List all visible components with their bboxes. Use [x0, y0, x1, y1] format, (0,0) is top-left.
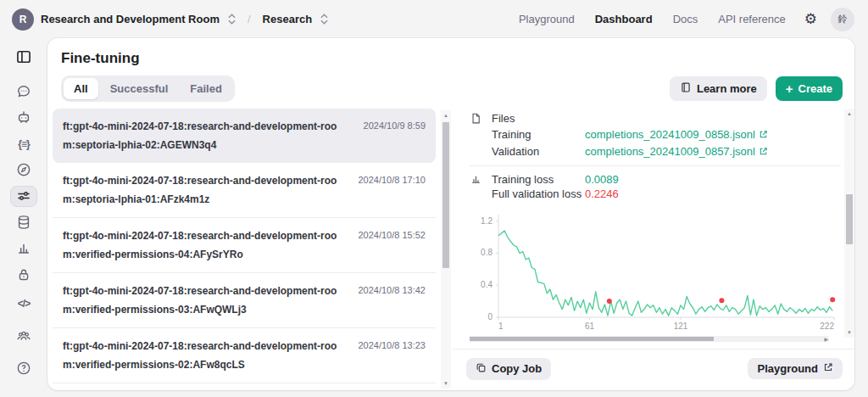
chart-horizontal-scrollbar[interactable]: ▶: [470, 336, 829, 342]
chevron-updown-icon[interactable]: [320, 14, 328, 25]
svg-text:0.8: 0.8: [481, 248, 492, 257]
main-card: Fine-tuning AllSuccessfulFailed Learn mo…: [47, 38, 854, 390]
job-date: 2024/10/8 15:52: [358, 226, 426, 240]
create-label: Create: [798, 82, 832, 95]
training-loss-value: 0.0089: [585, 173, 619, 186]
job-date: 2024/10/9 8:59: [364, 117, 426, 131]
svg-text:1.2: 1.2: [481, 215, 492, 225]
job-list-item[interactable]: ft:gpt-4o-mini-2024-07-18:research-and-d…: [53, 272, 436, 327]
job-list-scrollbar[interactable]: ▲ ▼: [441, 110, 451, 389]
usage-bars-icon[interactable]: [10, 238, 37, 260]
training-loss-label: Training loss: [492, 173, 585, 186]
user-avatar[interactable]: 鈴: [831, 8, 854, 31]
training-file-label: Training: [492, 128, 585, 141]
status-filter-tabs: AllSuccessfulFailed: [61, 75, 235, 102]
storage-database-icon[interactable]: [10, 212, 37, 233]
job-date: 2024/10/8 13:23: [358, 337, 426, 350]
job-list-item[interactable]: ft:gpt-4o-mini-2024-07-18:research-and-d…: [53, 217, 436, 272]
create-button[interactable]: + Create: [776, 76, 843, 101]
help-icon[interactable]: [10, 355, 37, 382]
code-icon[interactable]: </>: [10, 290, 37, 317]
scroll-up-arrow[interactable]: ▲: [847, 109, 852, 119]
svg-text:0: 0: [487, 312, 492, 322]
loss-chart: 00.40.81.2161121222: [470, 210, 834, 334]
chevron-updown-icon[interactable]: [228, 14, 236, 25]
copy-job-label: Copy Job: [492, 362, 542, 375]
metrics-chart-icon: [470, 173, 492, 186]
tab-successful[interactable]: Successful: [100, 78, 179, 99]
compass-icon[interactable]: [10, 159, 37, 181]
svg-text:0.4: 0.4: [481, 280, 492, 289]
fine-tuning-sliders-icon[interactable]: [10, 186, 37, 207]
breadcrumb-separator: /: [248, 13, 251, 25]
playground-label: Playground: [757, 362, 818, 375]
chat-icon[interactable]: [10, 81, 37, 103]
nav-link-playground[interactable]: Playground: [519, 13, 575, 25]
files-section-label: Files: [492, 112, 585, 125]
external-link-icon: [823, 362, 833, 375]
job-list-item[interactable]: ft:gpt-4o-mini-2024-07-18:research-and-d…: [53, 109, 436, 163]
scroll-down-arrow[interactable]: ▼: [443, 378, 448, 389]
plus-icon: +: [786, 82, 793, 95]
job-list-item[interactable]: ft:gpt-4o-mini-2024-07-18:research-and-d…: [53, 327, 436, 383]
team-people-icon[interactable]: [10, 322, 37, 349]
tab-all[interactable]: All: [64, 78, 98, 99]
panel-toggle-icon[interactable]: [10, 47, 37, 68]
org-avatar[interactable]: R: [12, 8, 34, 31]
job-list-item[interactable]: ft:gpt-4o-mini-2024-07-18:research-and-d…: [53, 163, 436, 217]
job-list-item[interactable]: ft:gpt-4o-mini-2024-07-18:research-and-d…: [53, 383, 436, 390]
validation-file-link[interactable]: completions_20241009_0857.jsonl: [585, 145, 768, 158]
learn-more-label: Learn more: [697, 82, 757, 95]
svg-text:121: 121: [674, 322, 688, 331]
job-name: ft:gpt-4o-mini-2024-07-18:research-and-d…: [63, 117, 342, 154]
top-nav: PlaygroundDashboardDocsAPI reference: [519, 13, 786, 25]
learn-more-button[interactable]: Learn more: [670, 76, 767, 101]
nav-link-dashboard[interactable]: Dashboard: [595, 13, 653, 25]
nav-link-api-reference[interactable]: API reference: [718, 13, 786, 25]
playground-button[interactable]: Playground: [748, 358, 843, 379]
tab-failed[interactable]: Failed: [180, 78, 232, 99]
training-file-link[interactable]: completions_20241009_0858.jsonl: [585, 128, 768, 141]
external-link-icon: [759, 147, 768, 156]
scroll-down-arrow[interactable]: ▼: [847, 327, 852, 338]
copy-icon: [476, 362, 487, 376]
book-icon: [680, 81, 692, 96]
gear-icon[interactable]: ⚙: [804, 12, 817, 26]
page-title: Fine-tuning: [61, 50, 843, 67]
validation-file-label: Validation: [492, 145, 585, 158]
job-name: ft:gpt-4o-mini-2024-07-18:research-and-d…: [63, 282, 342, 319]
full-validation-loss-label: Full validation loss: [492, 187, 585, 200]
job-name: ft:gpt-4o-mini-2024-07-18:research-and-d…: [63, 337, 342, 374]
detail-scrollbar[interactable]: ▲ ▼: [844, 109, 854, 338]
svg-text:1: 1: [498, 322, 504, 331]
sidebar-icon-rail: {≡} </>: [0, 38, 47, 397]
api-keys-lock-icon[interactable]: [10, 264, 37, 285]
job-list-panel: ft:gpt-4o-mini-2024-07-18:research-and-d…: [47, 109, 453, 390]
svg-text:222: 222: [820, 322, 834, 331]
org-switcher[interactable]: Research and Development Room: [41, 13, 220, 25]
external-link-icon: [759, 130, 768, 139]
project-switcher[interactable]: Research: [263, 13, 313, 25]
job-name: ft:gpt-4o-mini-2024-07-18:research-and-d…: [63, 226, 342, 264]
file-icon: [470, 112, 492, 125]
job-date: 2024/10/8 13:42: [358, 282, 426, 295]
threads-braces-icon[interactable]: {≡}: [10, 133, 37, 154]
job-detail-panel: Files Training completions_20241009_0858…: [453, 109, 854, 390]
job-date: 2024/10/8 17:10: [358, 171, 426, 185]
scroll-right-arrow[interactable]: ▶: [824, 336, 828, 342]
assistant-robot-icon[interactable]: [10, 107, 37, 128]
nav-link-docs[interactable]: Docs: [673, 13, 698, 25]
scroll-up-arrow[interactable]: ▲: [443, 110, 448, 120]
top-header: R Research and Development Room / Resear…: [0, 0, 868, 38]
svg-text:61: 61: [585, 322, 595, 331]
copy-job-button[interactable]: Copy Job: [466, 358, 551, 380]
job-name: ft:gpt-4o-mini-2024-07-18:research-and-d…: [63, 171, 342, 209]
full-validation-loss-value: 0.2246: [585, 187, 619, 200]
